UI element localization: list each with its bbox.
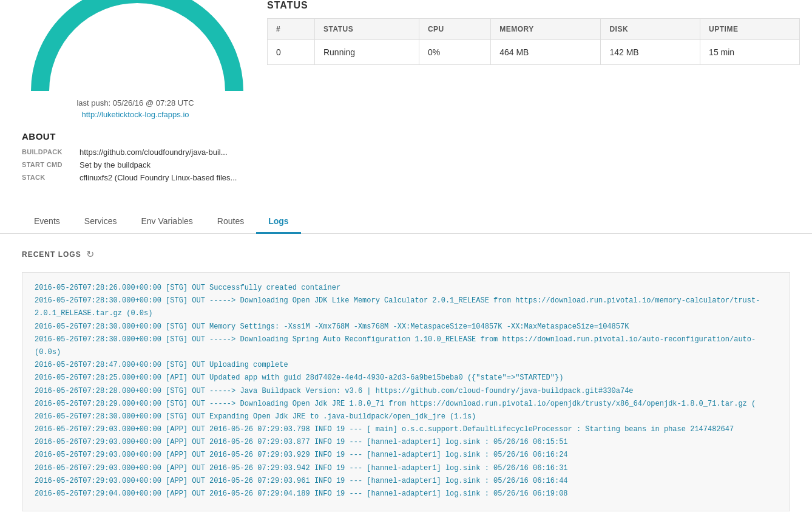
col-header-status: STATUS — [314, 19, 419, 40]
log-entry: 2016-05-26T07:28:25.000+00:00 [API] OUT … — [35, 372, 777, 384]
log-entry: 2016-05-26T07:29:03.000+00:00 [APP] OUT … — [35, 463, 777, 474]
col-header-disk: DISK — [601, 19, 700, 40]
log-entry: 2016-05-26T07:28:30.000+00:00 [STG] OUT … — [35, 321, 777, 333]
tab-logs[interactable]: Logs — [256, 210, 300, 234]
log-entry: 2016-05-26T07:28:28.000+00:00 [STG] OUT … — [35, 386, 777, 397]
log-entry: 2016-05-26T07:28:29.000+00:00 [STG] OUT … — [35, 398, 777, 410]
status-table-header-row: # STATUS CPU MEMORY DISK UPTIME — [268, 19, 800, 40]
buildpack-value: https://github.com/cloudfoundry/java-bui… — [80, 148, 228, 157]
recent-logs-title: RECENT LOGS — [22, 250, 81, 259]
table-row: 0 Running 0% 464 MB 142 MB 15 min — [268, 40, 800, 65]
last-push-text: last push: 05/26/16 @ 07:28 UTC — [22, 98, 249, 107]
tab-routes[interactable]: Routes — [205, 210, 256, 234]
tabs-container: Events Services Env Variables Routes Log… — [0, 210, 812, 234]
recent-logs-header: RECENT LOGS ↻ — [22, 248, 790, 260]
stack-label: STACK — [22, 173, 80, 182]
log-entry: 2.0.1_RELEASE.tar.gz (0.0s) — [35, 308, 777, 319]
log-entry: 2016-05-26T07:29:03.000+00:00 [APP] OUT … — [35, 449, 777, 461]
col-header-uptime: UPTIME — [700, 19, 800, 40]
about-row-startcmd: START CMD Set by the buildpack — [22, 160, 249, 169]
log-entry: 2016-05-26T07:29:03.000+00:00 [APP] OUT … — [35, 476, 777, 487]
col-header-cpu: CPU — [419, 19, 490, 40]
log-entry: 2016-05-26T07:28:30.000+00:00 [STG] OUT … — [35, 295, 777, 307]
status-table: # STATUS CPU MEMORY DISK UPTIME 0 Runnin… — [267, 18, 800, 65]
log-link[interactable]: http://luketicktock-log.cfapps.io — [22, 110, 249, 119]
startcmd-value: Set by the buildpack — [80, 160, 151, 169]
cell-uptime: 15 min — [700, 40, 800, 65]
log-entry: 2016-05-26T07:29:03.000+00:00 [APP] OUT … — [35, 437, 777, 448]
cell-num: 0 — [268, 40, 315, 65]
log-entry: 2016-05-26T07:28:30.000+00:00 [STG] OUT … — [35, 334, 777, 346]
circle-chart — [22, 0, 252, 91]
log-entry: 2016-05-26T07:28:30.000+00:00 [STG] OUT … — [35, 411, 777, 423]
tab-events[interactable]: Events — [22, 210, 72, 234]
cell-disk: 142 MB — [601, 40, 700, 65]
log-entry: (0.0s) — [35, 347, 777, 358]
about-title: ABOUT — [22, 131, 249, 142]
tab-env-variables[interactable]: Env Variables — [129, 210, 205, 234]
log-entry: 2016-05-26T07:29:03.000+00:00 [APP] OUT … — [35, 424, 777, 435]
about-row-stack: STACK cflinuxfs2 (Cloud Foundry Linux-ba… — [22, 173, 249, 182]
tab-services[interactable]: Services — [72, 210, 129, 234]
page-container: last push: 05/26/16 @ 07:28 UTC http://l… — [0, 0, 812, 532]
cell-memory: 464 MB — [491, 40, 601, 65]
logs-container: 2016-05-26T07:28:26.000+00:00 [STG] OUT … — [22, 272, 790, 511]
logs-section: RECENT LOGS ↻ 2016-05-26T07:28:26.000+00… — [0, 234, 812, 532]
log-entry: 2016-05-26T07:29:04.000+00:00 [APP] OUT … — [35, 488, 777, 500]
about-section: ABOUT BUILDPACK https://github.com/cloud… — [22, 131, 249, 182]
col-header-num: # — [268, 19, 315, 40]
buildpack-label: BUILDPACK — [22, 148, 80, 157]
top-section: last push: 05/26/16 @ 07:28 UTC http://l… — [0, 0, 812, 210]
startcmd-label: START CMD — [22, 160, 80, 169]
about-row-buildpack: BUILDPACK https://github.com/cloudfoundr… — [22, 148, 249, 157]
cell-cpu: 0% — [419, 40, 490, 65]
left-panel: last push: 05/26/16 @ 07:28 UTC http://l… — [0, 0, 261, 198]
col-header-memory: MEMORY — [491, 19, 601, 40]
cell-status: Running — [314, 40, 419, 65]
log-entry: 2016-05-26T07:28:26.000+00:00 [STG] OUT … — [35, 282, 777, 294]
refresh-icon[interactable]: ↻ — [86, 248, 94, 260]
log-entry: 2016-05-26T07:28:47.000+00:00 [STG] OUT … — [35, 360, 777, 371]
right-panel: STATUS # STATUS CPU MEMORY DISK UPTIME 0 — [261, 0, 812, 198]
stack-value: cflinuxfs2 (Cloud Foundry Linux-based fi… — [80, 173, 237, 182]
status-title: STATUS — [267, 0, 800, 11]
